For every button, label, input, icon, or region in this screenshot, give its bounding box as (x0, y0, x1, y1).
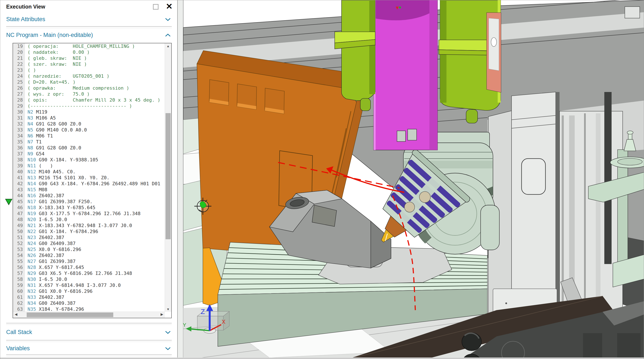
code-line[interactable]: 51N23 Z6402.387 (13, 235, 165, 241)
section-variables[interactable]: Variables (0, 343, 177, 354)
code-line[interactable]: 19( operacja: HOLE_CHAMFER_MILLING ) (13, 43, 165, 49)
code-line[interactable]: 41N13 M216 T54 S101 X0. Y0. Z0. (13, 175, 165, 181)
code-line[interactable]: 47N19 G03 X-177.5 Y-6784.296 I2.766 J1.3… (13, 211, 165, 217)
code-line[interactable]: 34N6 M06 T1 (13, 133, 165, 139)
code-line[interactable]: 56N28 X.657 Y-6817.645 (13, 264, 165, 270)
code-line[interactable]: 33N5 G90 M140 C0.0 A0.0 (13, 127, 165, 133)
code-line[interactable]: 31N3 M106 A5 (13, 115, 165, 121)
line-text: N6 M06 T1 (25, 133, 53, 139)
line-number: 28 (13, 97, 25, 103)
code-line[interactable]: 43N15 M08 (13, 187, 165, 193)
code-line[interactable]: 54N26 Z6402.387 (13, 252, 165, 258)
line-text: N25 X0.0 Y-6816.296 (25, 247, 81, 252)
nc-program-listing[interactable]: 19( operacja: HOLE_CHAMFER_MILLING )20( … (12, 43, 172, 318)
code-line[interactable]: 61N33 Z6402.387 (13, 294, 165, 300)
scroll-left-icon[interactable]: ◀ (15, 312, 17, 316)
line-text: N4 G91 G28 G00 Z0.0 (25, 121, 81, 127)
code-line[interactable]: 21( gleb. skraw: NIE ) (13, 55, 165, 61)
code-line[interactable]: 58N30 I-6.5 J0.0 (13, 276, 165, 282)
code-line[interactable]: 53N25 X0.0 Y-6816.296 (13, 246, 165, 252)
code-line[interactable]: 63N35 X184. Y-6784.296 (13, 306, 165, 312)
code-line[interactable]: 40N12 M140 A45. C0. (13, 169, 165, 175)
line-number: 27 (13, 91, 25, 97)
vertical-scroll-thumb[interactable] (166, 113, 171, 239)
horizontal-scrollbar[interactable]: ◀ ▶ (13, 312, 165, 318)
machine-3d-viewport[interactable]: Z X Y (178, 0, 644, 359)
line-text: N11 ( ) (25, 163, 53, 168)
maximize-icon[interactable] (153, 4, 158, 10)
line-text: ( naddatek: 0.00 ) (25, 50, 90, 55)
code-line[interactable]: 26( oprawka: Medium compression ) (13, 85, 165, 91)
chevron-down-icon[interactable] (165, 347, 171, 351)
block-number-token: N2 (28, 109, 33, 115)
code-line[interactable]: 22( szer. skraw: NIE ) (13, 61, 165, 67)
code-line[interactable]: 49N21 X-183.343 Y-6782.948 I-3.077 J0.0 (13, 223, 165, 229)
code-line[interactable]: 30N2 M119 (13, 109, 165, 115)
code-line[interactable]: 20( naddatek: 0.00 ) (13, 49, 165, 55)
section-label: Variables (6, 345, 30, 352)
code-line[interactable]: 24( narzedzie: UGT0205_001 ) (13, 73, 165, 79)
scroll-up-icon[interactable]: ▲ (165, 44, 171, 48)
code-line[interactable]: 29(---------------------------------- ) (13, 103, 165, 109)
horizontal-scroll-thumb[interactable] (27, 312, 113, 317)
code-line[interactable]: 35N7 T1 (13, 139, 165, 145)
code-line[interactable]: 28( opis: Chamfer Mill 20 x 3 x 45 deg. … (13, 97, 165, 103)
line-number: 60 (13, 288, 25, 294)
nc-code-lines[interactable]: 19( operacja: HOLE_CHAMFER_MILLING )20( … (13, 43, 165, 312)
chevron-down-icon[interactable] (165, 331, 171, 335)
code-line[interactable]: 60N32 G01 X0.0 Y-6816.296 (13, 288, 165, 294)
code-line[interactable]: 52N24 G00 Z6409.387 (13, 241, 165, 246)
block-number-token: N21 (28, 223, 36, 228)
line-number: 22 (13, 61, 25, 67)
code-line[interactable]: 45N17 G01 Z6399.387 F250. (13, 199, 165, 205)
block-number-token: N35 (28, 306, 36, 312)
code-line[interactable]: 44N16 Z6402.387 (13, 193, 165, 199)
section-label: NC Program - Main (non-editable) (6, 32, 93, 39)
section-label: State Attributes (6, 16, 45, 23)
code-line[interactable]: 36N8 G91 G28 G00 Z0.0 (13, 145, 165, 151)
line-text: N10 G90 X-184. Y-9388.105 (25, 157, 98, 162)
line-text: N19 G03 X-177.5 Y-6784.296 I2.766 J1.348 (25, 211, 140, 216)
section-nc-program[interactable]: NC Program - Main (non-editable) (0, 30, 177, 40)
line-number: 25 (13, 79, 25, 85)
block-number-token: N22 (28, 229, 36, 234)
block-number-token: N3 (28, 115, 33, 121)
code-line[interactable]: 55N27 G01 Z6399.387 (13, 258, 165, 264)
chevron-down-icon[interactable] (165, 18, 171, 22)
line-number: 31 (13, 115, 25, 121)
code-line[interactable]: 62N34 G00 Z6409.387 (13, 300, 165, 306)
enclosure-left-edge (178, 0, 183, 359)
section-label: Call Stack (6, 329, 32, 335)
line-number: 47 (13, 211, 25, 217)
scroll-right-icon[interactable]: ▶ (161, 312, 163, 316)
line-number: 53 (13, 246, 25, 252)
code-line[interactable]: 37N9 G54 (13, 151, 165, 157)
code-line[interactable]: 27( wys. z opr: 75.0 ) (13, 91, 165, 97)
section-state-attributes[interactable]: State Attributes (0, 14, 177, 25)
line-text: N12 M140 A45. C0. (25, 169, 76, 174)
scroll-down-icon[interactable]: ▼ (165, 307, 171, 311)
code-line[interactable]: 42N14 G90 G43 X-184. Y-6784.296 Z6492.48… (13, 181, 165, 187)
vertical-scrollbar[interactable]: ▲ ▼ (165, 43, 171, 312)
code-line[interactable]: 59N31 X.657 Y-6814.948 I-3.077 J0.0 (13, 282, 165, 288)
code-line[interactable]: 39N11 ( ) (13, 163, 165, 169)
chevron-up-icon[interactable] (165, 34, 171, 38)
code-line[interactable]: 50N22 G01 X-184. Y-6784.296 (13, 229, 165, 235)
panel-titlebar[interactable]: Execution View ✕ (0, 0, 177, 14)
line-text: N5 G90 M140 C0.0 A0.0 (25, 127, 87, 133)
line-text: N15 M08 (25, 187, 47, 192)
code-line[interactable]: 38N10 G90 X-184. Y-9388.105 (13, 157, 165, 163)
block-number-token: N13 (28, 175, 36, 180)
block-number-token: N33 (28, 294, 36, 300)
code-line[interactable]: 48N20 I-6.5 J0.0 (13, 217, 165, 223)
block-number-token: N15 (28, 187, 36, 192)
code-line[interactable]: 25( D=20. Kat=45. ) (13, 79, 165, 85)
line-number: 40 (13, 169, 25, 175)
code-line[interactable]: 46N18 X-183.343 Y-6785.645 (13, 205, 165, 211)
code-line[interactable]: 57N29 G03 X6.5 Y-6816.296 I2.766 J1.348 (13, 270, 165, 276)
close-icon[interactable]: ✕ (166, 2, 172, 11)
code-line[interactable]: 32N4 G91 G28 G00 Z0.0 (13, 121, 165, 127)
section-call-stack[interactable]: Call Stack (0, 327, 177, 337)
block-number-token: N8 (28, 145, 33, 150)
code-line[interactable]: 23( ) (13, 67, 165, 73)
